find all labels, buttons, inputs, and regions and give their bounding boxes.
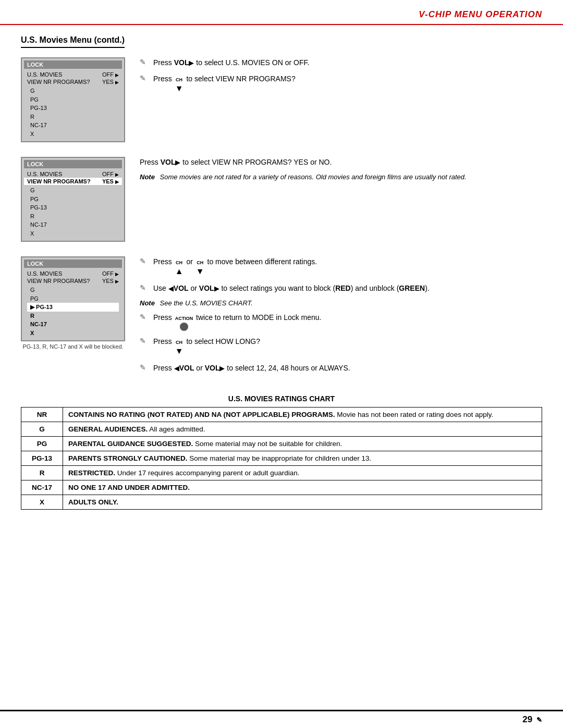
bullet-text-1: Press VOL▶ to select U.S. MOVIES ON or O… bbox=[153, 57, 309, 68]
menu-row-us-movies-3: U.S. MOVIESOFF bbox=[24, 270, 122, 277]
bullet-2: ✎ Press CH▼ to select VIEW NR PROGRAMS? bbox=[140, 73, 542, 95]
menu-row-us-movies: U.S. MOVIESOFF bbox=[24, 71, 122, 78]
bullet-3: Press VOL▶ to select VIEW NR PROGRAMS? Y… bbox=[140, 157, 542, 168]
bullet-4: ✎ Press CH▲ or CH▼ to move between diffe… bbox=[140, 256, 542, 278]
bullet-icon-7: ✎ bbox=[140, 337, 149, 345]
table-row-nc17: NC-17 NO ONE 17 AND UNDER ADMITTED. bbox=[21, 480, 542, 495]
note-text-1: Some movies are not rated for a variety … bbox=[160, 173, 467, 181]
bullet-text-3: Press VOL▶ to select VIEW NR PROGRAMS? Y… bbox=[140, 157, 332, 168]
instructions-block-2: Press VOL▶ to select VIEW NR PROGRAMS? Y… bbox=[140, 157, 542, 186]
table-row-pg13: PG-13 PARENTS STRONGLY CAUTIONED. Some m… bbox=[21, 451, 542, 465]
rating-code-x: X bbox=[21, 495, 63, 509]
bullet-icon-4: ✎ bbox=[140, 257, 149, 265]
table-row-pg: PG PARENTAL GUIDANCE SUGGESTED. Some mat… bbox=[21, 436, 542, 451]
note-2: Note See the U.S. MOVIES CHART. bbox=[140, 299, 542, 307]
screen-3: LOCK U.S. MOVIESOFF VIEW NR PROGRAMS?YES… bbox=[21, 256, 125, 350]
menu-row-view-nr-2: VIEW NR PROGRAMS?YES bbox=[24, 178, 122, 185]
menu-ratings-3: G PG ▶ PG-13 R NC-17 X bbox=[24, 285, 122, 338]
bullet-icon-6: ✎ bbox=[140, 313, 149, 321]
bullet-icon-2: ✎ bbox=[140, 74, 149, 82]
rating-code-nc17: NC-17 bbox=[21, 480, 63, 495]
menu-row-view-nr-3: VIEW NR PROGRAMS?YES bbox=[24, 277, 122, 285]
instructions-block-1: ✎ Press VOL▶ to select U.S. MOVIES ON or… bbox=[140, 57, 542, 100]
menu-ratings-2: GPGPG-13RNC-17X bbox=[24, 185, 122, 239]
rating-desc-pg: PARENTAL GUIDANCE SUGGESTED. Some materi… bbox=[63, 436, 542, 451]
rating-desc-pg13: PARENTS STRONGLY CAUTIONED. Some materia… bbox=[63, 451, 542, 465]
note-label-2: Note bbox=[140, 299, 155, 307]
menu-title-3: LOCK bbox=[24, 260, 122, 268]
bullet-1: ✎ Press VOL▶ to select U.S. MOVIES ON or… bbox=[140, 57, 542, 68]
table-row-nr: NR CONTAINS NO RATING (NOT RATED) AND NA… bbox=[21, 407, 542, 422]
instructions-block-3: ✎ Press CH▲ or CH▼ to move between diffe… bbox=[140, 256, 542, 379]
block-3: LOCK U.S. MOVIESOFF VIEW NR PROGRAMS?YES… bbox=[21, 256, 542, 379]
table-row-x: X ADULTS ONLY. bbox=[21, 495, 542, 509]
bullet-icon-8: ✎ bbox=[140, 363, 149, 372]
action-btn bbox=[180, 323, 188, 331]
menu-title-2: LOCK bbox=[24, 160, 122, 168]
note-label-1: Note bbox=[140, 173, 155, 181]
bullet-text-8: Press ◀VOL or VOL▶ to select 12, 24, 48 … bbox=[153, 363, 350, 374]
bullet-5: ✎ Use ◀VOL or VOL▶ to select ratings you… bbox=[140, 283, 542, 294]
page-header: V-Chip Menu Operation bbox=[0, 0, 563, 25]
menu-row-view-nr: VIEW NR PROGRAMS?YES bbox=[24, 78, 122, 85]
chart-title: U.S. MOVIES RATINGS CHART bbox=[21, 394, 542, 403]
section-title: U.S. Movies Menu (contd.) bbox=[21, 35, 125, 48]
rating-code-r: R bbox=[21, 465, 63, 480]
menu-row-us-movies-2: U.S. MOVIESOFF bbox=[24, 170, 122, 178]
page-title: V-Chip Menu Operation bbox=[419, 9, 542, 19]
ratings-table: NR CONTAINS NO RATING (NOT RATED) AND NA… bbox=[21, 407, 542, 510]
note-text-2: See the U.S. MOVIES CHART. bbox=[160, 299, 253, 307]
tv-menu-3: LOCK U.S. MOVIESOFF VIEW NR PROGRAMS?YES… bbox=[21, 256, 125, 341]
bullet-7: ✎ Press CH▼ to select HOW LONG? bbox=[140, 336, 542, 357]
table-row-r: R RESTRICTED. Under 17 requires accompan… bbox=[21, 465, 542, 480]
pencil-icon: ✎ bbox=[536, 716, 542, 724]
main-content: U.S. Movies Menu (contd.) LOCK U.S. MOVI… bbox=[0, 25, 563, 541]
rating-desc-nc17: NO ONE 17 AND UNDER ADMITTED. bbox=[63, 480, 542, 495]
page-footer: 29 ✎ bbox=[0, 710, 563, 728]
bullet-text-7: Press CH▼ to select HOW LONG? bbox=[153, 336, 260, 357]
bullet-8: ✎ Press ◀VOL or VOL▶ to select 12, 24, 4… bbox=[140, 363, 542, 374]
ratings-chart-section: U.S. MOVIES RATINGS CHART NR CONTAINS NO… bbox=[21, 394, 542, 510]
block-2: LOCK U.S. MOVIESOFF VIEW NR PROGRAMS?YES… bbox=[21, 157, 542, 242]
rating-desc-g: GENERAL AUDIENCES. All ages admitted. bbox=[63, 422, 542, 436]
bullet-text-2: Press CH▼ to select VIEW NR PROGRAMS? bbox=[153, 73, 296, 95]
bullet-6: ✎ Press ACTION twice to return to MODE i… bbox=[140, 312, 542, 331]
rating-desc-r: RESTRICTED. Under 17 requires accompanyi… bbox=[63, 465, 542, 480]
page-number: 29 ✎ bbox=[522, 714, 542, 725]
screen-caption-3: PG-13, R, NC-17 and X will be blocked. bbox=[21, 343, 125, 350]
block-1: LOCK U.S. MOVIESOFF VIEW NR PROGRAMS?YES… bbox=[21, 57, 542, 142]
tv-menu-1: LOCK U.S. MOVIESOFF VIEW NR PROGRAMS?YES… bbox=[21, 57, 125, 142]
bullet-text-6: Press ACTION twice to return to MODE in … bbox=[153, 312, 322, 331]
note-1: Note Some movies are not rated for a var… bbox=[140, 173, 542, 181]
bullet-icon-1: ✎ bbox=[140, 58, 149, 66]
screen-2: LOCK U.S. MOVIESOFF VIEW NR PROGRAMS?YES… bbox=[21, 157, 125, 242]
rating-code-pg13: PG-13 bbox=[21, 451, 63, 465]
rating-code-pg: PG bbox=[21, 436, 63, 451]
bullet-icon-5: ✎ bbox=[140, 283, 149, 292]
rating-code-g: G bbox=[21, 422, 63, 436]
menu-title-1: LOCK bbox=[24, 60, 122, 69]
bullet-text-5: Use ◀VOL or VOL▶ to select ratings you w… bbox=[153, 283, 430, 294]
rating-code-nr: NR bbox=[21, 407, 63, 422]
screen-1: LOCK U.S. MOVIESOFF VIEW NR PROGRAMS?YES… bbox=[21, 57, 125, 142]
tv-menu-2: LOCK U.S. MOVIESOFF VIEW NR PROGRAMS?YES… bbox=[21, 157, 125, 242]
menu-ratings-1: GPGPG-13RNC-17X bbox=[24, 85, 122, 139]
rating-desc-x: ADULTS ONLY. bbox=[63, 495, 542, 509]
bullet-text-4: Press CH▲ or CH▼ to move between differe… bbox=[153, 256, 317, 278]
rating-desc-nr: CONTAINS NO RATING (NOT RATED) AND NA (N… bbox=[63, 407, 542, 422]
table-row-g: G GENERAL AUDIENCES. All ages admitted. bbox=[21, 422, 542, 436]
